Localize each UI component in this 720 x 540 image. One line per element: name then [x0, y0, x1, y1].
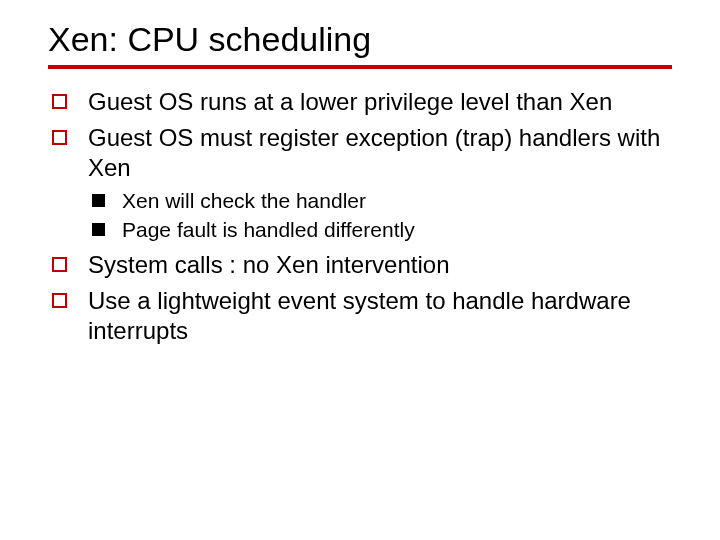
hollow-square-icon	[52, 293, 67, 308]
hollow-square-icon	[52, 257, 67, 272]
bullet-text: Use a lightweight event system to handle…	[88, 287, 631, 344]
bullet-text: System calls : no Xen intervention	[88, 251, 450, 278]
list-item: Guest OS runs at a lower privilege level…	[48, 87, 672, 117]
list-item: Page fault is handled differently	[88, 216, 672, 243]
filled-square-icon	[92, 223, 105, 236]
sub-bullet-text: Xen will check the handler	[122, 189, 366, 212]
hollow-square-icon	[52, 130, 67, 145]
list-item: System calls : no Xen intervention	[48, 250, 672, 280]
hollow-square-icon	[52, 94, 67, 109]
bullet-list: Guest OS runs at a lower privilege level…	[48, 87, 672, 346]
slide-title: Xen: CPU scheduling	[48, 20, 672, 69]
list-item: Xen will check the handler	[88, 187, 672, 214]
sub-bullet-list: Xen will check the handler Page fault is…	[88, 187, 672, 244]
list-item: Guest OS must register exception (trap) …	[48, 123, 672, 244]
list-item: Use a lightweight event system to handle…	[48, 286, 672, 346]
bullet-text: Guest OS runs at a lower privilege level…	[88, 88, 612, 115]
sub-bullet-text: Page fault is handled differently	[122, 218, 415, 241]
filled-square-icon	[92, 194, 105, 207]
bullet-text: Guest OS must register exception (trap) …	[88, 124, 660, 181]
